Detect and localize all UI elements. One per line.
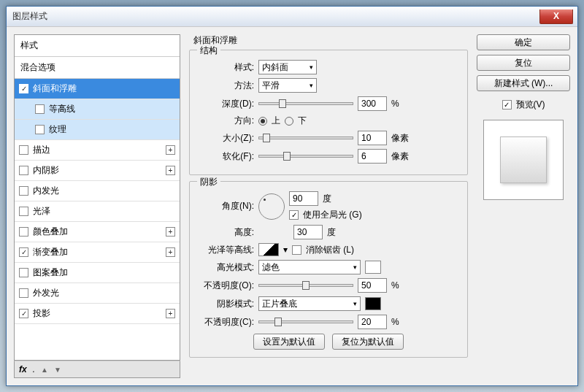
close-button[interactable]: X <box>539 9 573 24</box>
structure-legend: 结构 <box>197 45 220 57</box>
antialias-label: 消除锯齿 (L) <box>306 244 354 256</box>
preview-checkbox[interactable]: ✓ <box>502 100 512 109</box>
depth-slider[interactable] <box>258 102 353 105</box>
chevron-down-icon[interactable]: ▾ <box>283 245 288 255</box>
style-item-5[interactable]: 内发光 <box>15 181 180 201</box>
style-item-label: 渐变叠加 <box>33 246 68 258</box>
altitude-label: 高度: <box>197 226 254 239</box>
highlight-color[interactable] <box>365 261 381 274</box>
style-item-2[interactable]: 纹理 <box>15 120 180 140</box>
chevron-down-icon: ▾ <box>353 264 357 271</box>
style-checkbox[interactable] <box>35 125 45 134</box>
antialias-checkbox[interactable] <box>292 245 301 255</box>
style-checkbox[interactable]: ✓ <box>19 84 28 93</box>
chevron-down-icon: ▾ <box>353 300 357 307</box>
style-checkbox[interactable] <box>35 104 45 114</box>
altitude-input[interactable] <box>293 225 323 239</box>
sh-opacity-input[interactable] <box>358 315 387 329</box>
sh-opacity-label: 不透明度(C): <box>197 316 254 328</box>
style-item-11[interactable]: ✓投影+ <box>15 304 180 324</box>
dialog-body: 样式 混合选项 ✓斜面和浮雕等高线纹理描边+内阴影+内发光光泽颜色叠加+✓渐变叠… <box>7 27 577 385</box>
style-checkbox[interactable] <box>19 186 28 196</box>
right-column: 确定 复位 新建样式 (W)... ✓ 预览(V) <box>477 34 570 378</box>
style-item-label: 颜色叠加 <box>33 226 68 238</box>
style-item-4[interactable]: 内阴影+ <box>15 161 180 181</box>
style-item-3[interactable]: 描边+ <box>15 140 180 161</box>
add-effect-icon[interactable]: + <box>166 166 175 175</box>
highlight-mode-label: 高光模式: <box>197 261 254 274</box>
styles-header[interactable]: 样式 <box>15 35 180 57</box>
gloss-contour-label: 光泽等高线: <box>197 244 254 256</box>
style-item-1[interactable]: 等高线 <box>15 99 180 120</box>
chevron-down-icon: ▾ <box>310 64 313 71</box>
preview-label: 预览(V) <box>516 99 545 111</box>
structure-group: 结构 样式: 内斜面▾ 方法: 平滑▾ 深度(D): % 方向: 上 <box>189 50 468 175</box>
style-list-footer: fx. ▲ ▼ <box>14 361 180 378</box>
direction-down-radio[interactable] <box>285 117 293 126</box>
style-checkbox[interactable] <box>19 268 28 277</box>
style-item-label: 内发光 <box>33 185 59 197</box>
direction-up-radio[interactable] <box>258 117 267 126</box>
style-item-10[interactable]: 外发光 <box>15 283 180 304</box>
method-select[interactable]: 平滑▾ <box>258 78 317 93</box>
titlebar[interactable]: 图层样式 X <box>7 7 577 27</box>
depth-input[interactable] <box>358 96 387 111</box>
ok-button[interactable]: 确定 <box>477 34 570 50</box>
reset-button[interactable]: 复位 <box>477 55 570 71</box>
reset-default-button[interactable]: 复位为默认值 <box>332 334 404 350</box>
size-label: 大小(Z): <box>197 132 254 145</box>
size-input[interactable] <box>358 131 387 145</box>
angle-ring[interactable] <box>258 193 285 220</box>
soften-slider[interactable] <box>258 155 353 158</box>
style-checkbox[interactable] <box>19 288 28 298</box>
style-item-8[interactable]: ✓渐变叠加+ <box>15 242 180 263</box>
shadow-color[interactable] <box>365 297 381 310</box>
layer-style-dialog: 图层样式 X 样式 混合选项 ✓斜面和浮雕等高线纹理描边+内阴影+内发光光泽颜色… <box>6 6 578 386</box>
style-list: 样式 混合选项 ✓斜面和浮雕等高线纹理描边+内阴影+内发光光泽颜色叠加+✓渐变叠… <box>14 34 180 361</box>
style-checkbox[interactable] <box>19 207 28 216</box>
soften-unit: 像素 <box>391 150 409 163</box>
add-effect-icon[interactable]: + <box>166 309 175 318</box>
style-item-7[interactable]: 颜色叠加+ <box>15 222 180 242</box>
shadow-group: 阴影 角度(N): 度 ✓ 使用全局光 (G) <box>189 181 468 358</box>
style-checkbox[interactable] <box>19 145 28 155</box>
style-checkbox[interactable] <box>19 227 28 237</box>
left-column: 样式 混合选项 ✓斜面和浮雕等高线纹理描边+内阴影+内发光光泽颜色叠加+✓渐变叠… <box>14 34 180 378</box>
move-down-icon[interactable]: ▼ <box>54 366 61 374</box>
shadow-mode-select[interactable]: 正片叠底▾ <box>258 296 361 311</box>
style-select[interactable]: 内斜面▾ <box>258 60 317 74</box>
add-effect-icon[interactable]: + <box>166 227 175 237</box>
highlight-mode-select[interactable]: 滤色▾ <box>258 260 361 274</box>
preview-swatch <box>500 137 547 183</box>
style-item-label: 纹理 <box>49 123 66 136</box>
size-slider[interactable] <box>258 137 353 139</box>
sh-opacity-slider[interactable] <box>258 320 353 323</box>
angle-input[interactable] <box>289 191 318 206</box>
set-default-button[interactable]: 设置为默认值 <box>253 334 325 350</box>
shadow-legend: 阴影 <box>197 176 220 188</box>
hl-opacity-input[interactable] <box>358 278 387 293</box>
style-item-9[interactable]: 图案叠加 <box>15 263 180 283</box>
style-checkbox[interactable]: ✓ <box>19 247 28 257</box>
style-item-label: 内阴影 <box>33 164 59 177</box>
soften-label: 软化(F): <box>197 150 254 163</box>
style-item-6[interactable]: 光泽 <box>15 201 180 222</box>
section-title: 斜面和浮雕 <box>193 34 468 47</box>
global-light-label: 使用全局光 (G) <box>303 209 362 221</box>
gloss-contour-picker[interactable] <box>258 243 279 256</box>
fx-label[interactable]: fx <box>19 364 27 374</box>
style-item-0[interactable]: ✓斜面和浮雕 <box>15 79 180 99</box>
add-effect-icon[interactable]: + <box>166 247 175 257</box>
global-light-checkbox[interactable]: ✓ <box>289 210 299 220</box>
move-up-icon[interactable]: ▲ <box>41 366 48 374</box>
style-item-label: 等高线 <box>49 103 75 115</box>
new-style-button[interactable]: 新建样式 (W)... <box>477 75 570 91</box>
style-item-label: 描边 <box>33 144 50 156</box>
blend-options-header[interactable]: 混合选项 <box>15 57 180 79</box>
hl-opacity-slider[interactable] <box>258 284 353 287</box>
style-checkbox[interactable] <box>19 166 28 175</box>
style-checkbox[interactable]: ✓ <box>19 309 28 318</box>
soften-input[interactable] <box>358 149 387 164</box>
shadow-mode-label: 阴影模式: <box>197 298 254 310</box>
add-effect-icon[interactable]: + <box>166 145 175 155</box>
